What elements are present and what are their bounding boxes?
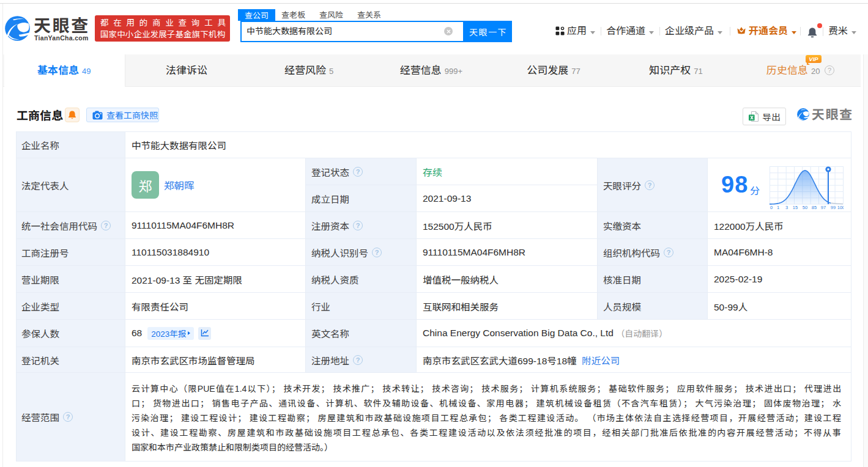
svg-text:0: 0 xyxy=(770,205,773,210)
svg-text:100: 100 xyxy=(837,205,844,210)
svg-text:15: 15 xyxy=(793,205,798,210)
svg-text:99: 99 xyxy=(831,205,836,210)
svg-text:97: 97 xyxy=(821,205,826,210)
svg-text:3: 3 xyxy=(785,205,788,210)
svg-text:1: 1 xyxy=(777,205,779,210)
svg-text:50: 50 xyxy=(803,205,807,210)
svg-text:85: 85 xyxy=(812,205,817,210)
